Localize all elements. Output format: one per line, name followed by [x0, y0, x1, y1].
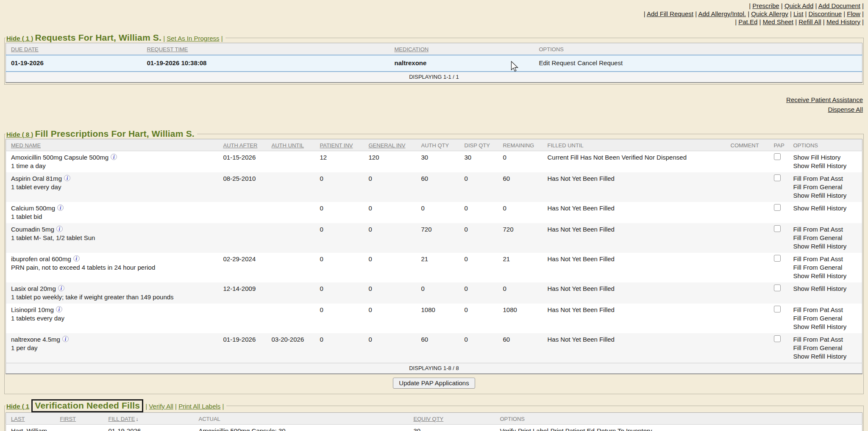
info-icon[interactable]: i — [62, 336, 69, 342]
top-nav-line-1: | Prescribe | Quick Add | Add Document | — [0, 2, 864, 10]
requests-hide-link[interactable]: Hide ( 1 ) — [6, 35, 33, 42]
info-icon[interactable]: i — [57, 204, 64, 211]
requests-header-row: DUE DATE REQUEST TIME MEDICATION OPTIONS — [6, 43, 862, 55]
col-header-fill-date[interactable]: FILL DATE↓ — [105, 413, 195, 425]
fills-hide-link[interactable]: Hide ( 8 ) — [6, 131, 33, 138]
patient-inv: 12 — [317, 151, 365, 173]
option-link[interactable]: Fill From General — [793, 344, 859, 352]
separator: | — [862, 10, 864, 17]
request-row[interactable]: 01-19-2026 01-19-2026 10:38:08 naltrexon… — [6, 55, 862, 72]
option-link[interactable]: Fill From General — [793, 314, 859, 323]
verify-link[interactable]: Verify — [500, 427, 516, 431]
option-link[interactable]: Fill From Pat Asst — [793, 174, 859, 183]
filled-until: Current Fill Has Not Been Verified Nor D… — [544, 151, 727, 173]
nav-link-pat-ed[interactable]: Pat.Ed — [738, 18, 757, 25]
top-nav: | Prescribe | Quick Add | Add Document |… — [0, 0, 868, 26]
pap-cell — [771, 282, 790, 304]
info-icon[interactable]: i — [56, 226, 63, 232]
verification-header-row: LAST FIRST FILL DATE↓ ACTUAL EQUIV QTY O… — [6, 413, 862, 425]
pap-checkbox[interactable] — [774, 225, 781, 232]
col-header-medication[interactable]: MEDICATION — [391, 43, 536, 55]
nav-link-list[interactable]: List — [793, 10, 803, 17]
pap-checkbox[interactable] — [774, 174, 781, 181]
print-all-labels-link[interactable]: Print All Labels — [178, 403, 220, 410]
return-to-inventory-link[interactable]: Return To Inventory — [597, 427, 652, 431]
pap-checkbox[interactable] — [774, 306, 781, 312]
pap-checkbox[interactable] — [774, 153, 781, 160]
option-link[interactable]: Fill From General — [793, 183, 859, 191]
med-name: Lisinopril 10mg — [11, 306, 54, 313]
remaining: 0 — [500, 151, 544, 173]
nav-link-add-allergy-intol[interactable]: Add Allergy/Intol. — [698, 10, 746, 17]
col-header-request-time[interactable]: REQUEST TIME — [144, 43, 391, 55]
patient-first-name — [57, 425, 105, 431]
general-inv: 0 — [365, 304, 418, 333]
option-link[interactable]: Fill From General — [793, 263, 859, 272]
option-link[interactable]: Fill From General — [793, 234, 859, 242]
option-link[interactable]: Show Refill History — [793, 352, 859, 361]
option-link[interactable]: Show Refill History — [793, 204, 859, 213]
col-header-general-inv[interactable]: GENERAL INV — [365, 139, 418, 151]
col-header-first[interactable]: FIRST — [57, 413, 105, 425]
nav-link-quick-allergy[interactable]: Quick Allergy — [751, 10, 788, 17]
option-link[interactable]: Show Refill History — [793, 242, 859, 251]
col-header-auth-after[interactable]: AUTH AFTER — [220, 139, 268, 151]
update-pap-applications-button[interactable]: Update PAP Applications — [393, 378, 475, 389]
nav-link-flow[interactable]: Flow — [847, 10, 860, 17]
nav-link-discontinue[interactable]: Discontinue — [809, 10, 842, 17]
verification-hide-link[interactable]: Hide ( 1 — [6, 403, 29, 410]
verification-section: Hide ( 1 Verification Needed Fills | Ver… — [4, 399, 864, 431]
med-name: ibuprofen oral 600mg — [11, 255, 71, 262]
option-link[interactable]: Show Fill History — [793, 153, 859, 162]
nav-link-quick-add[interactable]: Quick Add — [785, 2, 813, 9]
info-icon[interactable]: i — [64, 175, 70, 181]
option-link[interactable]: Fill From Pat Asst — [793, 255, 859, 263]
option-link[interactable]: Show Refill History — [793, 323, 859, 331]
pap-checkbox[interactable] — [774, 255, 781, 262]
nav-link-add-document[interactable]: Add Document — [818, 2, 860, 9]
nav-link-prescribe[interactable]: Prescribe — [752, 2, 779, 9]
col-header-options: OPTIONS — [790, 139, 862, 151]
med-name-cell: Amoxicillin 500mg Capsule 500mgi 1 time … — [6, 151, 220, 173]
col-header-patient-inv[interactable]: PATIENT INV — [317, 139, 365, 151]
edit-request-link[interactable]: Edit Request — [539, 59, 576, 66]
med-sig: 1 tablet po weekly; take if weight great… — [11, 293, 217, 301]
option-link[interactable]: Fill From Pat Asst — [793, 306, 859, 314]
pap-checkbox[interactable] — [774, 285, 781, 291]
nav-link-refill-all[interactable]: Refill All — [798, 18, 821, 25]
pap-checkbox[interactable] — [774, 335, 781, 342]
print-patient-ed-link[interactable]: Print Patient Ed — [551, 427, 595, 431]
pap-cell — [771, 172, 790, 202]
nav-link-med-history[interactable]: Med History — [826, 18, 860, 25]
col-header-equiv-qty[interactable]: EQUIV QTY — [410, 413, 497, 425]
option-link[interactable]: Show Refill History — [793, 285, 859, 293]
col-header-auth-until[interactable]: AUTH UNTIL — [268, 139, 317, 151]
dispense-all-link[interactable]: Dispense All — [828, 105, 863, 114]
print-label-link[interactable]: Print Label — [518, 427, 548, 431]
verify-all-link[interactable]: Verify All — [149, 403, 173, 410]
info-icon[interactable]: i — [56, 306, 62, 312]
disp-qty: 0 — [461, 304, 500, 333]
option-link[interactable]: Show Refill History — [793, 191, 859, 200]
option-link[interactable]: Fill From Pat Asst — [793, 225, 859, 234]
auth-until: 03-20-2026 — [268, 333, 317, 363]
set-as-in-progress-link[interactable]: Set As In Progress — [167, 35, 219, 42]
col-header-med-name[interactable]: MED NAME — [6, 139, 220, 151]
col-header-last[interactable]: LAST — [6, 413, 57, 425]
option-link[interactable]: Show Refill History — [793, 272, 859, 280]
receive-patient-assistance-link[interactable]: Receive Patient Assistance — [786, 95, 863, 105]
nav-link-add-fill-request[interactable]: Add Fill Request — [647, 10, 693, 17]
info-icon[interactable]: i — [73, 255, 80, 262]
col-header-due-date[interactable]: DUE DATE — [6, 43, 144, 55]
side-links: Receive Patient Assistance Dispense All — [0, 85, 868, 114]
pap-checkbox[interactable] — [774, 204, 781, 211]
option-link[interactable]: Show Refill History — [793, 162, 859, 170]
info-icon[interactable]: i — [111, 154, 117, 160]
auth-after: 12-14-2009 — [220, 282, 268, 304]
filled-until: Has Not Yet Been Filled — [544, 304, 727, 333]
option-link[interactable]: Fill From Pat Asst — [793, 335, 859, 344]
info-icon[interactable]: i — [58, 285, 64, 291]
nav-link-med-sheet[interactable]: Med Sheet — [762, 18, 793, 25]
table-row-coumadin: Coumadin 5mgi 1 tablet M- Sat, 1/2 table… — [6, 223, 862, 253]
cancel-request-link[interactable]: Cancel Request — [577, 59, 623, 66]
